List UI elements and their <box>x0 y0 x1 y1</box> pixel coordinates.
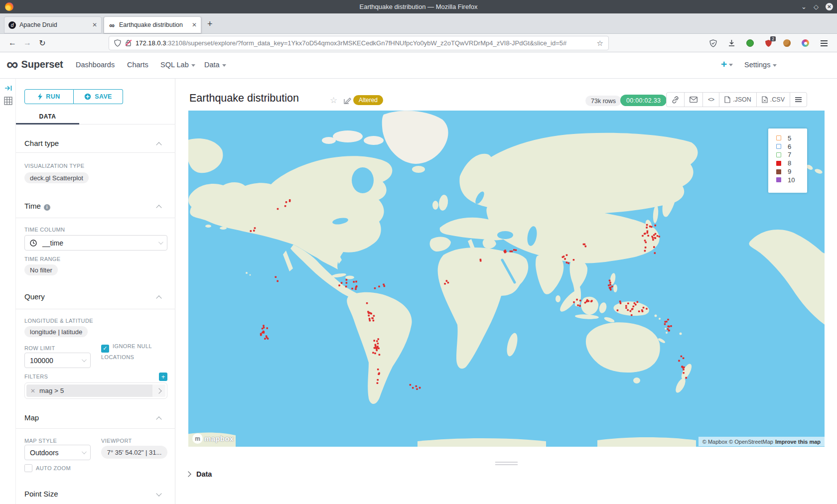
tab-close-icon[interactable]: ✕ <box>192 21 197 28</box>
legend-row[interactable]: 5 <box>768 134 807 142</box>
deckgl-scatterplot-map[interactable]: 5678910 m mapbox © Mapbox © OpenStreetMa… <box>188 111 825 447</box>
collapse-chevron-icon[interactable] <box>156 205 161 210</box>
collapsed-datasource-strip <box>0 79 16 504</box>
auto-zoom-checkbox[interactable] <box>24 464 32 472</box>
email-button[interactable] <box>684 92 703 107</box>
url-text[interactable]: 172.18.0.3:32108/superset/explore/?form_… <box>136 39 593 47</box>
legend-row[interactable]: 6 <box>768 142 807 151</box>
legend-swatch-icon <box>776 177 781 182</box>
row-count-badge: 73k rows <box>585 96 621 106</box>
cookie-extension-icon[interactable] <box>783 39 791 47</box>
window-title: Earthquake distribution — Mozilla Firefo… <box>0 3 837 10</box>
superset-logo[interactable]: ∞ Superset <box>6 57 63 72</box>
filter-item[interactable]: ✕ mag > 5 <box>24 382 167 399</box>
url-bar[interactable]: 172.18.0.3:32108/superset/explore/?form_… <box>109 36 609 50</box>
map-legend[interactable]: 5678910 <box>768 128 807 193</box>
window-minimize-button[interactable]: ⌄ <box>801 3 807 10</box>
container-asterisk-icon[interactable] <box>801 39 810 47</box>
legend-row[interactable]: 7 <box>768 151 807 159</box>
tab-apache-druid[interactable]: d Apache Druid ✕ <box>4 16 102 33</box>
add-filter-button[interactable]: + <box>159 373 167 381</box>
chevron-right-icon <box>185 471 191 477</box>
section-chart-type[interactable]: Chart type <box>24 139 59 147</box>
row-limit-select[interactable]: 100000 <box>24 353 91 368</box>
section-map[interactable]: Map <box>24 413 39 422</box>
collapse-chevron-icon[interactable] <box>156 416 161 422</box>
ublock-shield-icon[interactable]: 2 <box>764 39 773 47</box>
file-icon <box>724 96 730 103</box>
forward-button[interactable]: → <box>20 38 35 47</box>
legend-label: 6 <box>788 143 791 150</box>
menu-icon <box>795 97 802 98</box>
superset-navbar: ∞ Superset Dashboards Charts SQL Lab Dat… <box>0 52 837 79</box>
mapbox-logo[interactable]: m mapbox <box>192 433 234 444</box>
downloads-icon[interactable] <box>727 39 736 47</box>
pane-resize-handle[interactable] <box>495 462 518 467</box>
info-icon: i <box>44 204 50 211</box>
legend-swatch-icon <box>776 169 781 174</box>
plus-circle-icon <box>84 93 91 100</box>
lonlat-pill[interactable]: longitude | latitude <box>24 326 88 337</box>
legend-label: 7 <box>788 151 791 158</box>
export-json-button[interactable]: .JSON <box>719 92 757 107</box>
legend-row[interactable]: 8 <box>768 159 807 167</box>
edit-properties-icon[interactable] <box>343 97 351 107</box>
share-link-button[interactable] <box>666 92 685 107</box>
section-query[interactable]: Query <box>24 292 45 301</box>
legend-row[interactable]: 10 <box>768 176 807 184</box>
nav-sql-lab[interactable]: SQL Lab <box>160 61 195 69</box>
new-chart-plus-button[interactable]: + <box>721 59 733 69</box>
menu-hamburger-icon[interactable] <box>820 39 828 47</box>
time-column-select[interactable]: __time <box>24 235 167 251</box>
chevron-down-icon <box>773 64 777 67</box>
insecure-lock-icon[interactable] <box>125 39 132 47</box>
altered-badge[interactable]: Altered <box>353 95 383 105</box>
collapse-chevron-icon[interactable] <box>156 142 161 147</box>
viz-type-pill[interactable]: deck.gl Scatterplot <box>24 172 89 183</box>
run-button[interactable]: RUN <box>24 89 74 104</box>
expand-panel-icon[interactable] <box>4 85 12 92</box>
query-timer-badge: 00:00:02.33 <box>620 95 667 106</box>
legend-row[interactable]: 9 <box>768 167 807 176</box>
tab-close-icon[interactable]: ✕ <box>92 21 97 28</box>
ignore-null-checkbox[interactable]: ✓ <box>101 345 109 353</box>
pocket-shield-check-icon[interactable] <box>709 39 717 47</box>
filters-label: FILTERS <box>24 374 48 379</box>
tracking-protection-shield-icon[interactable] <box>114 39 121 47</box>
chart-menu-button[interactable] <box>790 92 807 107</box>
time-range-pill[interactable]: No filter <box>24 264 58 275</box>
nav-settings[interactable]: Settings <box>744 61 777 69</box>
browser-tabstrip: d Apache Druid ✕ ∞ Earthquake distributi… <box>0 13 837 34</box>
reload-button[interactable]: ↻ <box>35 38 50 48</box>
collapse-chevron-icon[interactable] <box>156 295 161 301</box>
chevron-down-icon <box>82 449 87 454</box>
dataset-grid-icon[interactable] <box>4 97 12 105</box>
remove-filter-icon[interactable]: ✕ <box>26 387 39 394</box>
window-maximize-button[interactable]: ◇ <box>814 3 819 10</box>
tab-data[interactable]: DATA <box>16 109 79 125</box>
map-style-select[interactable]: Outdoors <box>24 445 91 460</box>
nav-dashboards[interactable]: Dashboards <box>76 61 115 69</box>
new-tab-button[interactable]: + <box>207 19 213 29</box>
embed-code-button[interactable]: <> <box>702 92 719 107</box>
nav-data[interactable]: Data <box>204 61 226 69</box>
tab-earthquake-distribution[interactable]: ∞ Earthquake distribution ✕ <box>104 16 201 33</box>
superset-favicon-icon: ∞ <box>108 21 116 29</box>
back-button[interactable]: ← <box>5 38 20 47</box>
export-csv-button[interactable]: .CSV <box>756 92 790 107</box>
expand-chevron-icon[interactable] <box>156 491 161 496</box>
section-point-size[interactable]: Point Size <box>24 490 58 498</box>
bookmark-star-icon[interactable]: ☆ <box>597 39 603 48</box>
section-time[interactable]: Timei <box>24 202 50 211</box>
nav-charts[interactable]: Charts <box>127 61 148 69</box>
window-close-button[interactable]: ✕ <box>826 3 833 10</box>
favorite-star-icon[interactable]: ☆ <box>330 95 337 106</box>
legend-swatch-icon <box>776 152 781 157</box>
viewport-pill[interactable]: 7° 35' 54.02" | 31... <box>101 446 167 459</box>
extension-green-icon[interactable] <box>746 39 754 47</box>
data-panel-toggle[interactable]: Data <box>186 470 212 478</box>
open-filter-icon[interactable] <box>152 384 165 397</box>
save-button[interactable]: SAVE <box>74 89 123 104</box>
improve-map-link[interactable]: Improve this map <box>775 439 821 445</box>
window-titlebar[interactable]: Earthquake distribution — Mozilla Firefo… <box>0 0 837 13</box>
